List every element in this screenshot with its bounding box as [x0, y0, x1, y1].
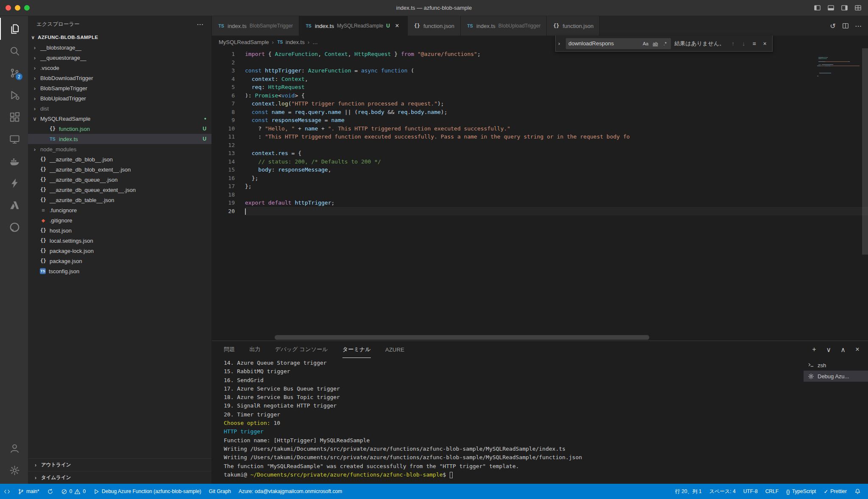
- horizontal-scrollbar[interactable]: [245, 335, 813, 340]
- activity-settings[interactable]: [0, 459, 28, 481]
- chevron-down-icon[interactable]: ∨: [824, 345, 833, 354]
- tree-file-funcignore[interactable]: ≡.funcignore: [28, 205, 211, 215]
- status-remote[interactable]: [0, 484, 14, 499]
- panel-tab-output[interactable]: 出力: [249, 341, 260, 358]
- tree-file-index-ts[interactable]: TSindex.tsU: [28, 134, 211, 144]
- tree-file-azurite-db-blob-json[interactable]: {}__azurite_db_blob__.json: [28, 154, 211, 164]
- terminal-list-item-debug-azure[interactable]: Debug Azu...: [804, 371, 868, 382]
- status-prettier[interactable]: ✓Prettier: [820, 484, 851, 499]
- tree-file-gitignore[interactable]: ◆.gitignore: [28, 215, 211, 225]
- tree-folder-node-modules[interactable]: ›node_modules: [28, 144, 211, 154]
- activity-remote-explorer[interactable]: [0, 128, 28, 150]
- activity-azure[interactable]: [0, 194, 28, 216]
- terminal-output[interactable]: 14. Azure Queue Storage trigger15. Rabbi…: [212, 358, 804, 484]
- tree-folder-blobuploadtrigger[interactable]: ›BlobUploadTrigger: [28, 93, 211, 103]
- tree-folder-blobdownloadtrigger[interactable]: ›BlobDownloadTrigger: [28, 73, 211, 83]
- tab-index-ts-blobuploadtrigger[interactable]: TSindex.tsBlobUploadTrigger: [461, 16, 547, 36]
- tree-file-package-lock-json[interactable]: {}package-lock.json: [28, 246, 211, 256]
- tab-function-json[interactable]: {}function.json: [408, 16, 461, 36]
- vertical-scrollbar-thumb[interactable]: [862, 48, 868, 255]
- tree-file-host-json[interactable]: {}host.json: [28, 225, 211, 236]
- status-eol[interactable]: CRLF: [762, 484, 782, 499]
- panel-tab-azure[interactable]: AZURE: [385, 341, 404, 358]
- close-window-button[interactable]: [6, 5, 11, 11]
- zoom-window-button[interactable]: [24, 5, 30, 11]
- panel-tab-terminal[interactable]: ターミナル: [342, 341, 371, 358]
- status-encoding[interactable]: UTF-8: [740, 484, 762, 499]
- tree-folder-blobsampletrigger[interactable]: ›BlobSampleTrigger: [28, 83, 211, 93]
- activity-azure-functions[interactable]: [0, 172, 28, 194]
- breadcrumb-item-[interactable]: …: [312, 39, 318, 45]
- tab-index-ts-mysqlreadsample[interactable]: TSindex.tsMySQLReadSampleU×: [299, 16, 408, 36]
- status-sync[interactable]: [43, 484, 57, 499]
- activity-search[interactable]: [0, 40, 28, 62]
- more-actions-icon[interactable]: ⋯: [195, 20, 205, 28]
- project-section-header[interactable]: ∨ AZFUNC-BLOB-SAMPLE: [28, 32, 211, 42]
- editor[interactable]: 1234567891011121314151617181920 import {…: [212, 48, 868, 341]
- activity-account[interactable]: [0, 437, 28, 459]
- tree-file-azurite-db-table-json[interactable]: {}__azurite_db_table__.json: [28, 195, 211, 205]
- find-toggle-regex[interactable]: .*: [661, 39, 669, 48]
- find-toggle-match-case[interactable]: Aa: [641, 39, 650, 48]
- status-debug-launch[interactable]: Debug Azure Function (azfunc-blob-sample…: [89, 484, 205, 499]
- activity-source-control[interactable]: 2: [0, 62, 28, 84]
- status-indentation[interactable]: スペース: 4: [705, 484, 739, 499]
- find-input[interactable]: [566, 40, 641, 47]
- tree-folder-mysqlreadsample[interactable]: ∨MySQLReadSample●: [28, 114, 211, 124]
- code-content[interactable]: import { AzureFunction, Context, HttpReq…: [245, 50, 868, 341]
- more-icon[interactable]: ⋯: [853, 20, 864, 31]
- panel-tab-debug-console[interactable]: デバッグ コンソール: [275, 341, 328, 358]
- tree-folder-blobstorage[interactable]: ›__blobstorage__: [28, 42, 211, 53]
- arrow-up-icon[interactable]: ↑: [728, 39, 738, 48]
- status-cursor-position[interactable]: 行 20、列 1: [671, 484, 706, 499]
- chevron-up-icon[interactable]: ∧: [838, 345, 848, 354]
- status-notifications[interactable]: [851, 484, 865, 499]
- toggle-replace-button[interactable]: ›: [556, 36, 562, 51]
- tree-folder-dist[interactable]: ›dist: [28, 103, 211, 114]
- timeline-section-header[interactable]: › タイムライン: [28, 471, 211, 484]
- breadcrumb-item-index-ts[interactable]: TSindex.ts: [277, 39, 305, 45]
- activity-extensions[interactable]: [0, 106, 28, 128]
- tree-file-local-settings-json[interactable]: {}local.settings.json: [28, 236, 211, 246]
- tree-file-azurite-db-blob-extent-json[interactable]: {}__azurite_db_blob_extent__.json: [28, 164, 211, 175]
- vertical-scrollbar[interactable]: [862, 48, 868, 335]
- close-icon[interactable]: ×: [760, 39, 770, 48]
- layout-customize-icon[interactable]: [853, 3, 863, 13]
- find-toggle-whole-word[interactable]: ab: [651, 39, 659, 48]
- tree-file-package-json[interactable]: {}package.json: [28, 256, 211, 266]
- breadcrumb-item-mysqlreadsample[interactable]: MySQLReadSample: [219, 39, 269, 45]
- activity-github[interactable]: [0, 216, 28, 238]
- activity-explorer[interactable]: [0, 18, 28, 40]
- status-language-mode[interactable]: {}TypeScript: [782, 484, 820, 499]
- outline-section-header[interactable]: › アウトライン: [28, 458, 211, 471]
- layout-panel-icon[interactable]: [826, 3, 836, 13]
- activity-run-debug[interactable]: [0, 84, 28, 106]
- tab-function-json[interactable]: {}function.json: [547, 16, 600, 36]
- tree-file-function-json[interactable]: {}function.jsonU: [28, 124, 211, 134]
- tree-folder-queuestorage[interactable]: ›__queuestorage__: [28, 53, 211, 63]
- close-icon[interactable]: ×: [393, 22, 401, 30]
- minimize-window-button[interactable]: [15, 5, 20, 11]
- tree-file-azurite-db-queue-extent-json[interactable]: {}__azurite_db_queue_extent__.json: [28, 185, 211, 195]
- activity-docker[interactable]: [0, 150, 28, 172]
- status-azure-account[interactable]: Azure: oda@vtakajgmailcom.onmicrosoft.co…: [235, 484, 346, 499]
- arrow-down-icon[interactable]: ↓: [739, 39, 748, 48]
- horizontal-scrollbar-thumb[interactable]: [275, 335, 649, 340]
- panel-tab-problems[interactable]: 問題: [224, 341, 235, 358]
- terminal-list-item-zsh[interactable]: zsh: [804, 360, 868, 371]
- status-git-graph[interactable]: Git Graph: [205, 484, 235, 499]
- status-git-branch[interactable]: main*: [14, 484, 43, 499]
- split-editor-icon[interactable]: [840, 20, 851, 31]
- tab-index-ts-blobsampletrigger[interactable]: TSindex.tsBlobSampleTrigger: [212, 16, 299, 36]
- tree-file-azurite-db-queue-json[interactable]: {}__azurite_db_queue__.json: [28, 175, 211, 185]
- layout-sidebar-right-icon[interactable]: [839, 3, 849, 13]
- history-icon[interactable]: ↺: [827, 20, 838, 31]
- tree-folder-vscode[interactable]: ›.vscode: [28, 63, 211, 73]
- close-icon[interactable]: ×: [853, 345, 862, 354]
- layout-sidebar-left-icon[interactable]: [812, 3, 822, 13]
- minimap[interactable]: [815, 51, 862, 81]
- status-problems[interactable]: 00: [57, 484, 89, 499]
- selection-find-icon[interactable]: ≡: [749, 39, 759, 48]
- plus-icon[interactable]: +: [810, 345, 819, 354]
- tree-file-tsconfig-json[interactable]: TStsconfig.json: [28, 266, 211, 276]
